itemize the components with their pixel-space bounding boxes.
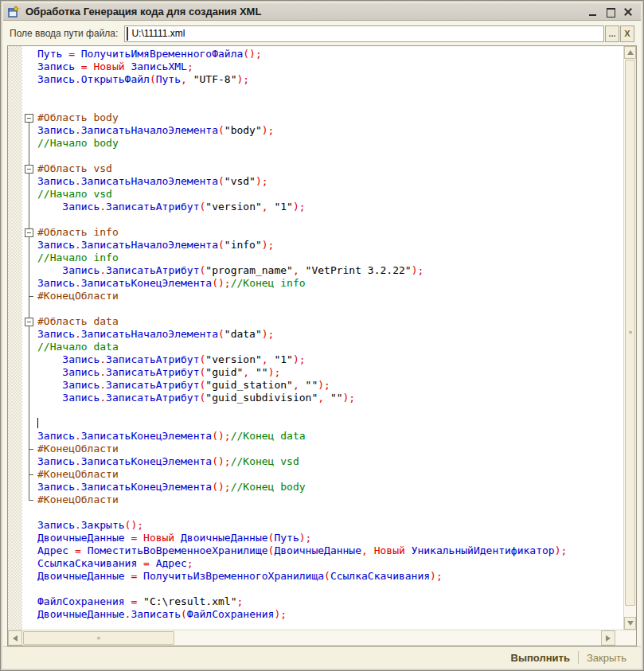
code-text: Запись.ЗаписатьАтрибут("version", "1"); [37,353,306,366]
code-line [8,417,623,430]
code-line: Запись.ЗаписатьАтрибут("guid", ""); [8,366,623,379]
editor-caret [37,418,38,428]
fold-gutter [22,99,37,111]
vertical-scrollbar-thumb[interactable] [625,60,635,606]
fold-gutter [22,532,37,544]
app-icon [8,6,21,18]
fold-gutter [22,570,37,583]
fold-gutter [22,302,37,315]
code-text: #КонецОбласти [37,443,119,455]
close-icon[interactable] [623,7,633,17]
file-path-field-wrap [124,25,604,42]
file-path-label: Поле ввода пути файла: [10,28,118,39]
code-viewport[interactable]: Путь = ПолучитьИмяВременногоФайла();Запи… [8,46,623,630]
vertical-scrollbar[interactable] [623,46,636,630]
fold-gutter [22,328,37,341]
scroll-down-button[interactable] [624,617,636,630]
code-line: Запись.Закрыть(); [8,519,623,532]
code-line: //Начало info [8,252,623,264]
window-title: Обработка Генерация кода для создания XM… [25,6,261,18]
fold-gutter [22,417,37,430]
minimize-icon[interactable] [588,7,598,17]
scroll-right-button[interactable] [601,630,615,646]
fold-gutter [22,252,37,264]
arrow-right-icon [606,635,611,642]
code-line: ДвоичныеДанные.Записать(ФайлСохранения); [8,608,623,621]
code-text: Запись.ЗаписатьНачалоЭлемента("data"); [37,328,274,341]
title-bar[interactable]: Обработка Генерация кода для создания XM… [3,3,641,21]
fold-collapse-icon[interactable] [22,315,37,328]
fold-gutter [22,150,37,162]
code-text: Запись.ЗаписатьКонецЭлемента();//Конец v… [37,455,299,468]
code-line [8,506,623,519]
code-line: ФайлСохранения = "C:\result.xml"; [8,595,623,608]
fold-gutter [22,430,37,443]
arrow-down-icon [627,621,634,626]
scroll-up-button[interactable] [624,46,636,59]
fold-gutter [22,443,37,455]
horizontal-scrollbar[interactable] [8,630,615,646]
code-text: СсылкаСкачивания = Адрес; [37,557,193,570]
fold-gutter [22,506,37,519]
close-button[interactable]: Закрыть [579,652,634,664]
fold-gutter [22,277,37,290]
code-text: Запись = Новый ЗаписьXML; [37,60,193,73]
code-text: Запись.ЗаписатьАтрибут("guid_subdivision… [37,392,355,404]
code-text: ДвоичныеДанные.Записать(ФайлСохранения); [37,608,287,621]
fold-gutter [22,264,37,277]
code-line: Запись.ЗаписатьКонецЭлемента();//Конец b… [8,481,623,493]
code-text: #Область body [37,111,119,124]
code-line: Запись.ЗаписатьАтрибут("guid_subdivision… [8,392,623,404]
code-line: //Начало body [8,137,623,150]
code-line: Запись.ЗаписатьАтрибут("guid_station", "… [8,379,623,392]
code-text: Запись.ОткрытьФайл(Путь, "UTF-8"); [37,73,249,86]
fold-collapse-icon[interactable] [22,111,37,124]
fold-gutter [22,493,37,506]
thumb-grip-icon [629,331,632,334]
app-window: Обработка Генерация кода для создания XM… [0,0,644,671]
code-text: Запись.ЗаписатьКонецЭлемента();//Конец b… [37,481,306,493]
arrow-left-icon [13,635,18,642]
code-line: Запись.ЗаписатьКонецЭлемента();//Конец d… [8,430,623,443]
fold-gutter [22,48,37,60]
code-line: ДвоичныеДанные = Новый ДвоичныеДанные(Пу… [8,532,623,544]
scroll-left-button[interactable] [8,630,22,646]
fold-gutter [22,583,37,595]
fold-gutter [22,557,37,570]
fold-gutter [22,213,37,226]
fold-collapse-icon[interactable] [22,226,37,239]
code-text: Запись.ЗаписатьНачалоЭлемента("vsd"); [37,175,268,188]
code-line: #КонецОбласти [8,493,623,506]
code-line [8,404,623,417]
command-bar: Выполнить Закрыть [3,646,641,668]
code-text: #Область vsd [37,162,112,175]
code-line: Запись.ЗаписатьАтрибут("version", "1"); [8,201,623,213]
run-button[interactable]: Выполнить [503,652,578,664]
code-line: //Начало vsd [8,188,623,201]
code-text: #КонецОбласти [37,290,119,302]
maximize-icon[interactable] [606,7,615,17]
code-text: Запись.ЗаписатьАтрибут("guid_station", "… [37,379,330,392]
fold-gutter [22,392,37,404]
fold-collapse-icon[interactable] [22,162,37,175]
code-line: #КонецОбласти [8,468,623,481]
horizontal-scrollbar-thumb[interactable] [23,631,174,645]
code-text: Запись.ЗаписатьАтрибут("program_name", "… [37,264,423,277]
code-text: #КонецОбласти [37,493,119,506]
fold-gutter [22,341,37,353]
browse-button[interactable]: ... [605,25,619,42]
code-line: //Начало data [8,341,623,353]
fold-gutter [22,201,37,213]
code-text: Запись.ЗаписатьНачалоЭлемента("body"); [37,124,274,137]
code-line: СсылкаСкачивания = Адрес; [8,557,623,570]
code-text: Запись.ЗаписатьКонецЭлемента();//Конец i… [37,277,306,290]
code-text: Запись.Закрыть(); [37,519,143,532]
fold-gutter [22,60,37,73]
code-line: Адрес = ПоместитьВоВременноеХранилище(Дв… [8,544,623,557]
fold-gutter [22,608,37,621]
clear-button[interactable]: X [620,25,634,42]
fold-gutter [22,175,37,188]
code-line: Запись.ЗаписатьАтрибут("program_name", "… [8,264,623,277]
file-path-input[interactable] [124,25,604,42]
code-line: #Область info [8,226,623,239]
